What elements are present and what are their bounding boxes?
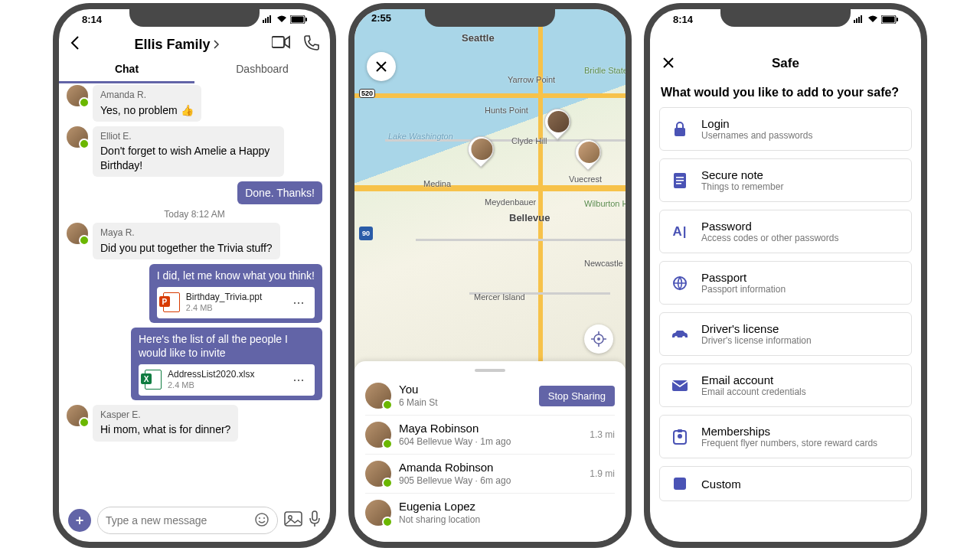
custom-icon [671, 476, 689, 491]
emoji-icon[interactable] [254, 512, 270, 530]
phone-safe: 8:14 Safe What would you like to add to … [644, 3, 927, 548]
avatar[interactable] [365, 500, 391, 526]
svg-rect-19 [861, 15, 862, 23]
chat-message[interactable]: Done. Thanks! [67, 181, 322, 204]
chat-message[interactable]: Here's the list of all the people I woul… [67, 328, 322, 400]
chat-message[interactable]: Kasper E.Hi mom, what is for dinner? [67, 405, 322, 442]
distance-label: 1.3 mi [590, 429, 615, 440]
svg-point-8 [256, 514, 268, 526]
note-icon [671, 172, 689, 189]
safe-question: What would you like to add to your safe? [650, 81, 921, 107]
svg-point-12 [289, 516, 292, 519]
avatar[interactable] [67, 85, 88, 106]
map-time-overlay: 2:55 [371, 12, 391, 24]
status-time: 8:14 [82, 14, 102, 25]
svg-rect-27 [676, 183, 681, 184]
close-button[interactable] [662, 54, 675, 73]
mail-icon [671, 380, 689, 392]
compose-add-button[interactable]: + [68, 509, 91, 532]
avatar[interactable] [67, 223, 88, 244]
phone-call-icon[interactable] [304, 35, 319, 54]
map-area[interactable]: 2:55 Seattle Yarrow Point Hunts Point La… [354, 9, 626, 369]
badge-icon [671, 429, 689, 445]
status-icons [263, 15, 307, 24]
svg-rect-26 [676, 180, 684, 181]
notch [129, 8, 260, 27]
person-row[interactable]: Eugenia LopezNot sharing location [365, 494, 615, 532]
message-text: Hi mom, what is for dinner? [100, 422, 230, 436]
file-attachment[interactable]: AddressList2020.xlsx2.4 MB··· [139, 364, 315, 396]
svg-point-30 [682, 336, 685, 339]
chat-message[interactable]: I did, let me know what you think!Birthd… [67, 264, 322, 323]
chat-bubble: Done. Thanks! [237, 181, 322, 204]
avatar[interactable] [365, 422, 391, 448]
chat-bubble: Maya R.Did you put together the Trivia s… [93, 223, 280, 259]
chat-bubble: Amanda R.Yes, no problem 👍 [93, 85, 201, 122]
svg-rect-35 [674, 478, 686, 490]
avatar[interactable] [67, 126, 88, 148]
message-text: I did, let me know what you think! [157, 269, 315, 282]
message-text: Don't forget to wish Amelie a Happy Birt… [100, 144, 276, 171]
safe-item[interactable]: Email accountEmail account credentials [659, 364, 912, 407]
sender-label: Kasper E. [100, 409, 230, 422]
gif-icon[interactable] [284, 511, 302, 530]
powerpoint-icon [163, 292, 180, 312]
svg-rect-22 [897, 18, 898, 21]
sheet-grip[interactable] [475, 369, 505, 372]
chat-bubble: I did, let me know what you think!Birthd… [149, 264, 322, 323]
avatar[interactable] [365, 461, 391, 487]
safe-item[interactable]: PassportPassport information [659, 261, 912, 305]
avatar[interactable] [365, 383, 391, 409]
person-row[interactable]: Maya Robinson604 Bellevue Way · 1m ago1.… [365, 416, 615, 455]
sender-label: Maya R. [100, 227, 273, 240]
svg-rect-11 [285, 512, 302, 526]
chat-message[interactable]: Maya R.Did you put together the Trivia s… [67, 223, 322, 259]
svg-rect-16 [854, 20, 855, 23]
location-sheet[interactable]: You6 Main StStop SharingMaya Robinson604… [354, 361, 626, 542]
lock-icon [671, 121, 689, 138]
chat-message[interactable]: Elliot E.Don't forget to wish Amelie a H… [67, 126, 322, 177]
svg-rect-7 [272, 37, 284, 47]
message-text: Done. Thanks! [245, 186, 315, 200]
safe-item[interactable]: Driver's licenseDriver's license informa… [659, 312, 912, 356]
stop-sharing-button[interactable]: Stop Sharing [539, 386, 615, 406]
map-pin[interactable] [539, 103, 576, 140]
avatar[interactable] [67, 405, 88, 426]
globe-icon [671, 276, 689, 291]
video-call-icon[interactable] [272, 35, 290, 54]
message-input[interactable]: Type a new message [97, 507, 278, 534]
mic-icon[interactable] [309, 510, 321, 530]
chat-title[interactable]: Ellis Family [134, 37, 219, 53]
svg-rect-31 [672, 380, 688, 391]
chat-bubble: Elliot E.Don't forget to wish Amelie a H… [93, 126, 284, 177]
file-attachment[interactable]: Birthday_Trivia.ppt2.4 MB··· [157, 287, 315, 318]
more-options-icon[interactable]: ··· [289, 371, 309, 389]
safe-item[interactable]: LoginUsernames and passwords [659, 107, 912, 151]
svg-rect-17 [856, 18, 858, 23]
sender-label: Amanda R. [100, 90, 194, 102]
map-pin[interactable] [462, 131, 499, 168]
person-row[interactable]: Amanda Robinson905 Bellevue Way · 6m ago… [365, 455, 615, 494]
safe-item[interactable]: Custom [659, 466, 912, 501]
svg-point-29 [675, 336, 678, 339]
svg-point-15 [597, 337, 600, 341]
person-row[interactable]: You6 Main StStop Sharing [365, 377, 615, 416]
chat-body[interactable]: Amanda R.Yes, no problem 👍Elliot E.Don't… [59, 83, 330, 446]
message-text: Did you put together the Trivia stuff? [100, 241, 273, 255]
chat-message[interactable]: Amanda R.Yes, no problem 👍 [67, 85, 322, 122]
safe-item[interactable]: MembershipsFrequent flyer numbers, store… [659, 415, 912, 458]
tab-chat[interactable]: Chat [59, 57, 194, 83]
back-button[interactable] [70, 35, 82, 54]
svg-rect-21 [883, 16, 895, 22]
svg-rect-34 [678, 429, 682, 432]
tab-dashboard[interactable]: Dashboard [194, 57, 330, 83]
svg-rect-3 [270, 15, 271, 23]
chat-header: Ellis Family [59, 29, 330, 57]
more-options-icon[interactable]: ··· [289, 294, 309, 311]
svg-rect-1 [265, 18, 266, 23]
safe-item[interactable]: A|PasswordAccess codes or other password… [659, 210, 912, 253]
svg-rect-18 [858, 17, 860, 23]
safe-item[interactable]: Secure noteThings to remember [659, 158, 912, 202]
recenter-button[interactable] [584, 324, 613, 354]
close-button[interactable] [367, 52, 396, 81]
